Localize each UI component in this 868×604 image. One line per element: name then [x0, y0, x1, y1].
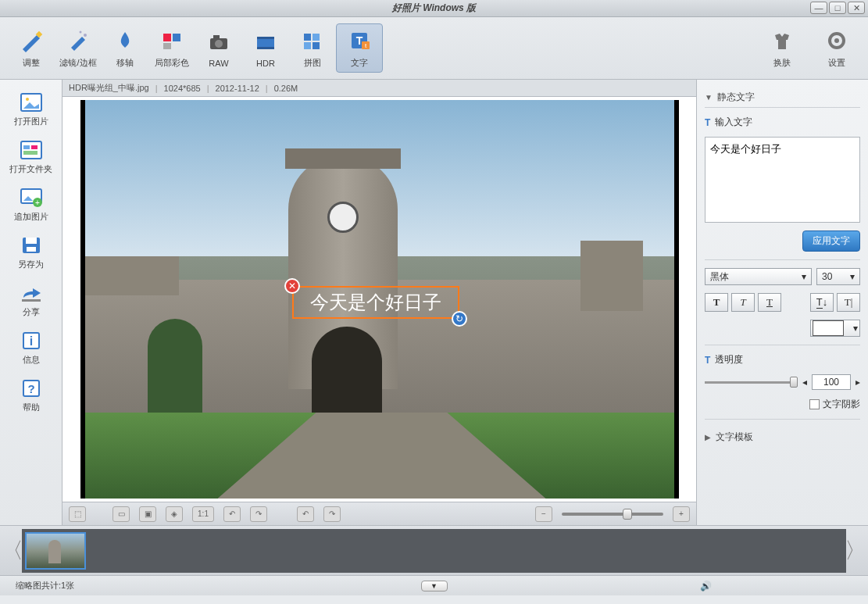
tool-adjust[interactable]: 调整: [8, 24, 55, 72]
undo-icon[interactable]: ↶: [297, 506, 314, 522]
zoom-out-icon[interactable]: −: [535, 506, 552, 522]
text-overlay-box[interactable]: 今天是个好日子 ✕ ↻: [292, 286, 459, 319]
rotate-right-icon[interactable]: ↷: [250, 506, 267, 522]
crop-icon[interactable]: ⬚: [69, 506, 86, 522]
text-icon: Tt: [346, 27, 373, 54]
tool-hdr[interactable]: HDR: [242, 26, 289, 71]
underline-button[interactable]: T: [758, 293, 781, 312]
tool-collage[interactable]: 拼图: [289, 24, 336, 72]
open-folder-button[interactable]: 打开文件夹: [9, 140, 52, 175]
image-canvas[interactable]: 今天是个好日子 ✕ ↻: [80, 100, 679, 499]
minimize-button[interactable]: —: [810, 2, 827, 14]
chevron-right-icon: ▶: [705, 433, 711, 441]
right-sidebar: ▼ 静态文字 T 输入文字 应用文字 黑体 ▾ 30 ▾ T T T: [696, 80, 868, 525]
gear-icon: [823, 27, 850, 54]
tool-label: 滤镜/边框: [59, 57, 96, 69]
image-date: 2012-11-12: [207, 84, 259, 93]
fit-icon[interactable]: ▭: [113, 506, 130, 522]
maximize-button[interactable]: □: [829, 2, 846, 14]
text-template-header[interactable]: ▶ 文字模板: [705, 427, 860, 447]
svg-rect-32: [26, 238, 37, 244]
speaker-icon[interactable]: 🔊: [700, 581, 712, 591]
tool-label: 局部彩色: [155, 57, 189, 69]
tool-label: 文字: [351, 57, 368, 69]
static-text-header[interactable]: ▼ 静态文字: [705, 88, 860, 108]
image-dimensions: 1024*685: [155, 84, 201, 93]
rotate-left-icon[interactable]: ↶: [223, 506, 241, 522]
tool-label: 拼图: [304, 57, 321, 69]
svg-rect-25: [23, 145, 30, 149]
svg-point-21: [834, 38, 839, 43]
save-as-button[interactable]: 另存为: [18, 235, 44, 270]
tool-tiltshift[interactable]: 移轴: [102, 24, 148, 72]
left-sidebar: 打开图片 打开文件夹 + 追加图片 另存为 分享 i 信息 ? 帮助: [0, 80, 63, 525]
shadow-checkbox[interactable]: [809, 399, 820, 409]
main-area: 打开图片 打开文件夹 + 追加图片 另存为 分享 i 信息 ? 帮助 HDR曝: [0, 80, 868, 525]
spinner-left-icon[interactable]: ◂: [802, 377, 807, 388]
horizontal-text-button[interactable]: T↓: [810, 293, 834, 312]
svg-point-23: [26, 98, 29, 101]
pencil-icon: [18, 27, 45, 54]
info-button[interactable]: i 信息: [20, 331, 43, 366]
thumb-next-button[interactable]: 〉: [846, 529, 865, 573]
tool-label: 调整: [23, 57, 40, 69]
tool-label: 移轴: [116, 57, 134, 69]
folder-icon: [20, 140, 43, 160]
share-button[interactable]: 分享: [20, 283, 43, 318]
svg-point-7: [215, 40, 223, 48]
tool-filter[interactable]: 滤镜/边框: [55, 24, 102, 72]
tool-skin[interactable]: 换肤: [759, 24, 805, 72]
close-button[interactable]: ✕: [848, 2, 865, 14]
titlebar: 好照片 Windows 版 — □ ✕: [0, 0, 868, 17]
overlay-rotate-handle[interactable]: ↻: [452, 311, 467, 327]
bold-button[interactable]: T: [705, 293, 728, 312]
thumbnail-item[interactable]: [25, 532, 86, 570]
zoom-in-icon[interactable]: +: [673, 506, 690, 522]
text-color-select[interactable]: ▾: [810, 320, 860, 337]
text-input-field[interactable]: [705, 137, 860, 223]
overlay-close-handle[interactable]: ✕: [284, 278, 300, 294]
thumbnail-list[interactable]: [22, 529, 846, 573]
svg-rect-34: [22, 299, 41, 302]
ratio-button[interactable]: 1:1: [192, 506, 214, 522]
italic-button[interactable]: T: [731, 293, 755, 312]
image-icon: [20, 92, 43, 113]
svg-rect-11: [257, 47, 274, 49]
image-infobar: HDR曝光组_中曝.jpg 1024*685 2012-11-12 0.26M: [63, 80, 696, 97]
help-button[interactable]: ? 帮助: [20, 378, 43, 413]
svg-text:?: ?: [27, 382, 34, 395]
tool-localcolor[interactable]: 局部彩色: [148, 24, 195, 72]
thumb-prev-button[interactable]: 〈: [3, 529, 22, 573]
actual-size-icon[interactable]: ◈: [166, 506, 183, 522]
font-row: 黑体 ▾ 30 ▾: [705, 268, 860, 285]
opacity-value[interactable]: 100: [812, 374, 851, 390]
zoom-slider[interactable]: [562, 513, 663, 516]
font-size-select[interactable]: 30 ▾: [816, 268, 860, 285]
image-size: 0.26M: [266, 84, 298, 93]
canvas-toolbar: ⬚ ▭ ▣ ◈ 1:1 ↶ ↷ ↶ ↷ − +: [63, 502, 696, 525]
status-dropdown[interactable]: ▼: [421, 581, 448, 591]
redo-icon[interactable]: ↷: [323, 506, 341, 522]
svg-point-1: [84, 34, 87, 37]
thumbnail-strip: 〈 〉: [0, 525, 868, 575]
tool-settings[interactable]: 设置: [813, 24, 860, 72]
thumb-count-label: 缩略图共计:1张: [16, 580, 74, 591]
grid-icon: [299, 27, 326, 54]
font-family-select[interactable]: 黑体 ▾: [705, 268, 812, 285]
info-icon: i: [20, 331, 43, 351]
color-row: ▾: [705, 320, 860, 337]
svg-rect-5: [163, 43, 171, 49]
tool-raw[interactable]: RAW: [195, 26, 242, 71]
spinner-right-icon[interactable]: ▸: [855, 377, 860, 388]
statusbar: 缩略图共计:1张 ▼ 🔊: [0, 575, 868, 595]
droplet-icon: [112, 27, 138, 54]
color-swatch: [813, 320, 844, 336]
fill-icon[interactable]: ▣: [139, 506, 156, 522]
opacity-slider[interactable]: [705, 381, 798, 384]
apply-text-button[interactable]: 应用文字: [802, 231, 860, 252]
add-image-button[interactable]: + 追加图片: [14, 188, 48, 223]
vertical-text-button[interactable]: T|: [837, 293, 860, 312]
open-image-button[interactable]: 打开图片: [14, 92, 48, 127]
opacity-label-row: T 透明度: [705, 353, 860, 366]
tool-text[interactable]: Tt 文字: [336, 23, 383, 73]
